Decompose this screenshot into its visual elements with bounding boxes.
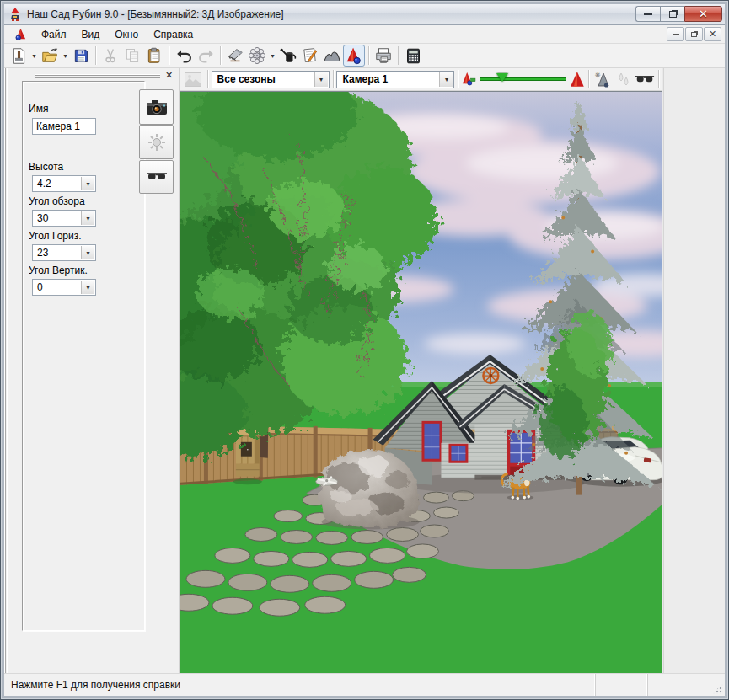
- snow-cone-icon: ✳: [594, 72, 611, 88]
- window-title: Наш Сад Рубин 9.0 - [Безымянный2: 3Д Изо…: [27, 8, 284, 20]
- new-project-button[interactable]: [8, 45, 29, 67]
- undo-button[interactable]: [173, 45, 195, 67]
- window-inner: Наш Сад Рубин 9.0 - [Безымянный2: 3Д Изо…: [4, 4, 725, 696]
- plant-library-dropdown[interactable]: ▾: [268, 45, 277, 67]
- shadows-button[interactable]: [634, 70, 655, 89]
- rain-button[interactable]: [614, 70, 635, 89]
- new-project-dropdown[interactable]: ▾: [29, 45, 39, 67]
- copy-button[interactable]: [121, 45, 143, 67]
- calculator-button[interactable]: [402, 45, 424, 67]
- open-project-icon: [40, 46, 59, 65]
- redo-button[interactable]: [195, 45, 217, 67]
- combo-arrow-icon[interactable]: ▾: [439, 72, 453, 87]
- sunglasses-icon: [146, 170, 168, 184]
- day-end-cone-icon: [570, 71, 585, 88]
- fov-value: 30: [37, 212, 48, 224]
- redo-icon: [197, 47, 215, 65]
- garden-scene[interactable]: [180, 92, 662, 674]
- status-message: Нажмите F1 для получения справки: [4, 679, 595, 691]
- tab-camera[interactable]: [139, 89, 174, 125]
- close-button[interactable]: ✕: [684, 6, 722, 22]
- v-angle-label: Угол Вертик.: [29, 265, 88, 276]
- close-icon: ✕: [699, 8, 708, 20]
- status-pane: [595, 674, 647, 696]
- print-button[interactable]: [373, 45, 394, 67]
- toolbar-separator: [458, 70, 458, 88]
- paste-button[interactable]: [143, 45, 165, 67]
- season-combo[interactable]: Все сезоны ▾: [212, 71, 330, 88]
- toolbar-separator: [588, 70, 589, 88]
- open-project-button[interactable]: [39, 45, 61, 67]
- h-angle-label: Угол Гориз.: [29, 230, 82, 242]
- mdi-minimize-button[interactable]: [667, 27, 684, 41]
- watering-can-icon: [279, 46, 297, 65]
- title-bar[interactable]: Наш Сад Рубин 9.0 - [Безымянный2: 3Д Изо…: [4, 4, 725, 25]
- panel-drag-grip[interactable]: [35, 74, 160, 78]
- menu-bar: Файл Вид Окно Справка ✕: [4, 25, 725, 44]
- tab-light[interactable]: [139, 125, 174, 159]
- view-3d-button[interactable]: [343, 45, 365, 67]
- mdi-close-icon: ✕: [709, 29, 716, 39]
- view-toolbar: Все сезоны ▾ Камера 1 ▾: [180, 68, 662, 91]
- snow-button[interactable]: ✳: [592, 70, 614, 89]
- plan-editor-icon: [226, 46, 244, 65]
- mdi-restore-button[interactable]: [685, 27, 703, 41]
- menu-help[interactable]: Справка: [146, 26, 201, 43]
- save-button[interactable]: [70, 45, 92, 67]
- plant-care-button[interactable]: [277, 45, 299, 67]
- menu-file[interactable]: Файл: [34, 26, 74, 43]
- toolbar-separator: [169, 46, 169, 65]
- app-gnome-icon: [8, 8, 22, 21]
- slider-thumb[interactable]: [496, 73, 508, 82]
- combo-arrow-icon[interactable]: ▾: [81, 177, 94, 190]
- name-label: Имя: [29, 103, 48, 115]
- printer-icon: [374, 46, 393, 65]
- v-angle-value: 0: [37, 281, 43, 293]
- small-red-window[interactable]: [448, 444, 468, 463]
- terrain-editor-button[interactable]: [321, 45, 343, 67]
- notes-pencil-icon: [301, 46, 319, 65]
- season-value: Все сезоны: [217, 73, 276, 85]
- menu-window[interactable]: Окно: [107, 26, 146, 43]
- viewport-3d[interactable]: [180, 91, 662, 675]
- tall-red-window[interactable]: [421, 421, 442, 462]
- h-angle-combo[interactable]: 23 ▾: [32, 244, 96, 261]
- mdi-background: [663, 68, 725, 673]
- panel-close-button[interactable]: ✕: [163, 70, 174, 81]
- plan-editor-button[interactable]: [224, 45, 246, 67]
- slider-rail[interactable]: [480, 77, 566, 81]
- v-angle-combo[interactable]: 0 ▾: [32, 279, 96, 296]
- height-value: 4.2: [37, 178, 51, 190]
- maximize-button[interactable]: [660, 6, 684, 22]
- combo-arrow-icon[interactable]: ▾: [314, 72, 328, 87]
- mdi-minimize-icon: [673, 34, 679, 35]
- open-project-dropdown[interactable]: ▾: [61, 45, 70, 67]
- combo-arrow-icon[interactable]: ▾: [81, 281, 94, 294]
- notes-button[interactable]: [299, 45, 321, 67]
- minimize-button[interactable]: [635, 6, 660, 22]
- h-angle-value: 23: [37, 247, 48, 259]
- cut-button[interactable]: [99, 45, 121, 67]
- restore-icon: [669, 11, 677, 18]
- panel-side-grip[interactable]: [4, 68, 10, 673]
- menu-view[interactable]: Вид: [74, 26, 108, 43]
- client-area: ✕ Имя Высота 4.2 ▾ Угол обзора 30 ▾ Угол…: [4, 68, 725, 673]
- tab-shadows[interactable]: [139, 160, 174, 194]
- svg-text:✳: ✳: [595, 72, 601, 79]
- camera-name-input[interactable]: [32, 118, 96, 135]
- view-3d-cone-icon: [345, 46, 363, 65]
- time-of-day-slider[interactable]: [480, 76, 566, 83]
- mdi-close-button[interactable]: ✕: [704, 27, 721, 41]
- camera-icon: [145, 98, 169, 116]
- camera-select-combo[interactable]: Камера 1 ▾: [336, 71, 454, 88]
- cone-logo-icon: [14, 28, 27, 40]
- combo-arrow-icon[interactable]: ▾: [81, 211, 94, 225]
- paste-icon: [146, 47, 163, 64]
- combo-arrow-icon[interactable]: ▾: [81, 246, 94, 259]
- background-image-button[interactable]: [183, 70, 204, 89]
- fov-combo[interactable]: 30 ▾: [32, 210, 96, 227]
- toolbar-separator: [95, 46, 96, 65]
- plant-library-button[interactable]: [246, 45, 268, 67]
- height-combo[interactable]: 4.2 ▾: [32, 175, 96, 192]
- resize-grip[interactable]: [712, 683, 723, 694]
